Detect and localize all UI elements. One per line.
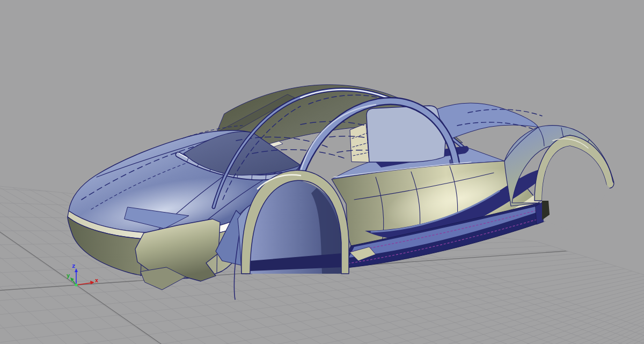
x-axis-label: x	[95, 277, 99, 284]
y-axis-label: y	[67, 272, 70, 279]
seat-interior-panel[interactable]	[350, 123, 369, 162]
origin-point	[75, 283, 77, 286]
z-axis-label: z	[72, 262, 76, 269]
3d-viewport[interactable]: z y x	[0, 0, 644, 344]
